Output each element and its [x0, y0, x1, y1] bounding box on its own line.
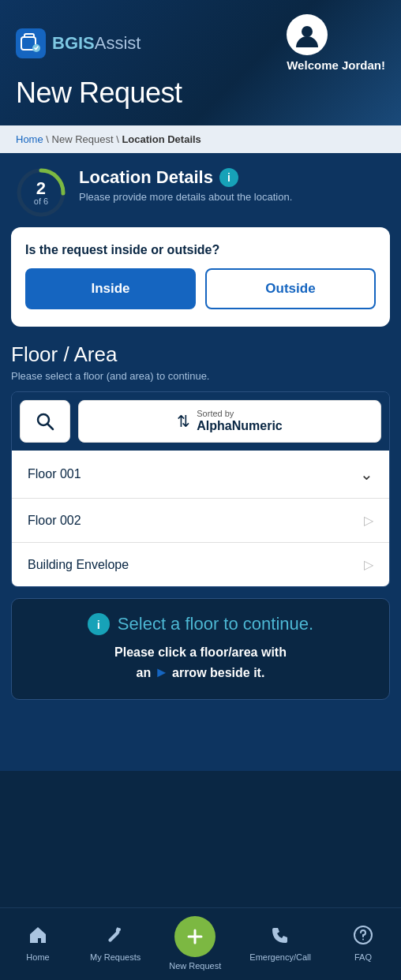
info-box: i Select a floor to continue. Please cli…	[11, 598, 390, 700]
nav-label-new-request: New Request	[169, 961, 221, 971]
bottom-nav: Home My Requests New Request Emergency/C…	[0, 907, 401, 980]
header: BGISAssist Welcome Jordan! New Request	[0, 0, 401, 125]
breadcrumb-bar: Home \ New Request \ Location Details	[0, 125, 401, 153]
page-title: New Request	[16, 77, 385, 110]
svg-point-6	[118, 928, 121, 931]
chevron-down-icon: ⌄	[360, 465, 373, 484]
inside-outside-card: Is the request inside or outside? Inside…	[11, 227, 390, 327]
floor-item[interactable]: Floor 001 ⌄	[12, 451, 389, 499]
new-request-button[interactable]	[174, 916, 215, 957]
inside-outside-question: Is the request inside or outside?	[25, 243, 376, 257]
sort-label: Sorted by AlphaNumeric	[197, 410, 282, 433]
chevron-right-icon: ▷	[364, 513, 373, 528]
step-number: 2	[34, 180, 48, 197]
nav-item-emergency[interactable]: Emergency/Call	[249, 925, 311, 962]
inside-outside-buttons: Inside Outside	[25, 268, 376, 309]
step-title: Location Details	[79, 167, 213, 188]
svg-point-8	[362, 939, 364, 941]
step-info-icon[interactable]: i	[219, 168, 238, 187]
nav-label-faq: FAQ	[354, 952, 372, 962]
breadcrumb: Home \ New Request \ Location Details	[16, 133, 385, 145]
avatar[interactable]	[287, 14, 328, 55]
phone-icon	[270, 925, 290, 950]
nav-label-home: Home	[26, 952, 49, 962]
logo: BGISAssist	[16, 28, 141, 58]
floor-item-name: Floor 001	[28, 467, 81, 481]
search-sort-row: ⇅ Sorted by AlphaNumeric	[12, 392, 389, 451]
chevron-right-icon: ▷	[364, 557, 373, 572]
sort-icon: ⇅	[177, 412, 190, 431]
nav-label-emergency: Emergency/Call	[249, 952, 311, 962]
inside-button[interactable]: Inside	[25, 268, 196, 309]
play-arrow-icon: ►	[155, 664, 169, 680]
step-badge: 2 of 6	[16, 167, 66, 218]
question-icon	[353, 925, 373, 950]
breadcrumb-home[interactable]: Home	[16, 133, 43, 145]
floor-area-description: Please select a floor (and area) to cont…	[11, 370, 390, 382]
info-box-icon: i	[88, 613, 110, 635]
main-content: 2 of 6 Location Details i Please provide…	[0, 153, 401, 771]
nav-item-faq[interactable]: FAQ	[339, 925, 387, 962]
floor-item-name: Building Envelope	[28, 558, 129, 572]
info-box-sub-text: Please click a floor/area withan ► arrow…	[26, 643, 375, 683]
floor-list: Floor 001 ⌄ Floor 002 ▷ Building Envelop…	[12, 451, 389, 586]
nav-item-home[interactable]: Home	[14, 925, 62, 962]
nav-label-my-requests: My Requests	[90, 952, 141, 962]
floor-area-section: Floor / Area Please select a floor (and …	[0, 327, 401, 587]
search-box[interactable]	[20, 400, 70, 443]
floor-item-name: Floor 002	[28, 514, 81, 528]
nav-item-my-requests[interactable]: My Requests	[90, 925, 141, 962]
nav-item-new-request[interactable]: New Request	[169, 916, 221, 971]
home-icon	[28, 925, 48, 950]
logo-text: BGISAssist	[52, 33, 141, 54]
search-icon	[34, 410, 56, 432]
floor-item[interactable]: Building Envelope ▷	[12, 543, 389, 586]
step-info: Location Details i Please provide more d…	[79, 167, 385, 203]
step-description: Please provide more details about the lo…	[79, 191, 385, 203]
step-header: 2 of 6 Location Details i Please provide…	[0, 153, 401, 227]
sort-button[interactable]: ⇅ Sorted by AlphaNumeric	[78, 400, 381, 443]
floor-item[interactable]: Floor 002 ▷	[12, 499, 389, 543]
floor-area-title: Floor / Area	[11, 342, 390, 367]
info-box-main-text: Select a floor to continue.	[118, 614, 313, 634]
step-of: of 6	[34, 197, 48, 206]
svg-point-2	[302, 26, 313, 37]
outside-button[interactable]: Outside	[205, 268, 376, 309]
wrench-icon	[105, 925, 126, 950]
welcome-text: Welcome Jordan!	[287, 58, 385, 72]
logo-icon	[16, 28, 46, 58]
